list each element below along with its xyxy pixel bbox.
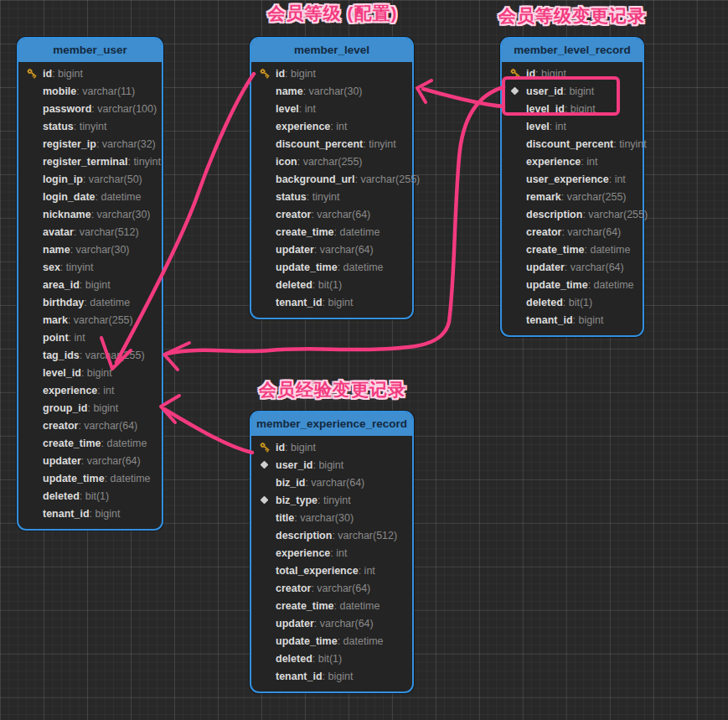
table-title[interactable]: member_user — [18, 39, 162, 62]
entity-table-member-level[interactable]: member_level id: bigintname: varchar(30)… — [250, 37, 414, 319]
table-title[interactable]: member_level — [251, 39, 412, 62]
field-row-level_id[interactable]: level_id: bigint — [18, 364, 162, 381]
field-row-point[interactable]: point: int — [18, 329, 162, 346]
field-row-birthday[interactable]: birthday: datetime — [18, 293, 162, 311]
field-row-deleted[interactable]: deleted: bit(1) — [502, 293, 643, 311]
field-row-tenant_id[interactable]: tenant_id: bigint — [18, 505, 162, 522]
field-row-experience[interactable]: experience: int — [251, 117, 412, 135]
field-row-status[interactable]: status: tinyint — [18, 117, 162, 135]
field-row-tenant_id[interactable]: tenant_id: bigint — [251, 293, 412, 311]
field-row-id[interactable]: id: bigint — [251, 65, 412, 82]
field-row-create_time[interactable]: create_time: datetime — [502, 241, 643, 258]
field-row-biz_type[interactable]: biz_type: tinyint — [251, 491, 412, 509]
field-row-create_time[interactable]: create_time: datetime — [18, 434, 162, 452]
field-row-updater[interactable]: updater: varchar(64) — [18, 452, 162, 469]
field-row-update_time[interactable]: update_time: datetime — [18, 469, 162, 487]
field-row-experience[interactable]: experience: int — [251, 544, 412, 562]
field-row-sex[interactable]: sex: tinyint — [18, 258, 162, 276]
field-row-register_ip[interactable]: register_ip: varchar(32) — [18, 135, 162, 153]
field-row-user_id[interactable]: user_id: bigint — [251, 456, 412, 474]
field-row-level_id[interactable]: level_id: bigint — [502, 100, 643, 117]
field-row-nickname[interactable]: nickname: varchar(30) — [18, 205, 162, 223]
field-row-tenant_id[interactable]: tenant_id: bigint — [502, 311, 643, 329]
field-row-icon[interactable]: icon: varchar(255) — [251, 153, 412, 170]
field-row-user_id[interactable]: user_id: bigint — [502, 82, 643, 100]
field-type: : varchar(64) — [561, 226, 621, 238]
field-row-login_date[interactable]: login_date: datetime — [18, 188, 162, 205]
field-name: deleted — [43, 490, 80, 502]
annotation-label-member-level-record: 会员等级变更记录 — [498, 4, 646, 28]
field-row-area_id[interactable]: area_id: bigint — [18, 276, 162, 293]
field-name: deleted — [526, 297, 563, 308]
field-name: create_time — [43, 438, 101, 449]
field-row-discount_percent[interactable]: discount_percent: tinyint — [502, 135, 643, 153]
field-row-create_time[interactable]: create_time: datetime — [251, 597, 412, 614]
field-row-creator[interactable]: creator: varchar(64) — [18, 417, 162, 434]
field-row-update_time[interactable]: update_time: datetime — [502, 276, 643, 293]
field-row-biz_id[interactable]: biz_id: varchar(64) — [251, 474, 412, 491]
field-type: : bigint — [323, 297, 354, 308]
field-name: description — [526, 209, 582, 220]
field-name: status — [276, 191, 307, 203]
field-row-discount_percent[interactable]: discount_percent: tinyint — [251, 135, 412, 153]
field-type: : int — [97, 385, 114, 396]
field-row-user_experience[interactable]: user_experience: int — [502, 170, 643, 188]
field-row-create_time[interactable]: create_time: datetime — [251, 223, 412, 241]
field-row-updater[interactable]: updater: varchar(64) — [251, 241, 412, 258]
annotation-label-member-experience-record: 会员经验变更记录 — [259, 378, 406, 401]
field-row-avatar[interactable]: avatar: varchar(512) — [18, 223, 162, 241]
field-row-name[interactable]: name: varchar(30) — [251, 82, 412, 100]
field-row-deleted[interactable]: deleted: bit(1) — [251, 276, 412, 293]
field-row-experience[interactable]: experience: int — [18, 381, 162, 399]
field-row-update_time[interactable]: update_time: datetime — [251, 632, 412, 650]
field-name: tenant_id — [276, 671, 323, 682]
field-row-password[interactable]: password: varchar(100) — [18, 100, 162, 117]
entity-table-member-level-record[interactable]: member_level_record id: bigintuser_id: b… — [500, 37, 644, 337]
field-row-total_experience[interactable]: total_experience: int — [251, 562, 412, 579]
field-row-group_id[interactable]: group_id: bigint — [18, 399, 162, 417]
field-type: : varchar(30) — [294, 512, 354, 524]
table-title[interactable]: member_experience_record — [251, 412, 412, 436]
field-name: biz_id — [276, 477, 305, 489]
field-row-remark[interactable]: remark: varchar(255) — [502, 188, 643, 205]
field-row-tenant_id[interactable]: tenant_id: bigint — [251, 667, 412, 685]
table-title[interactable]: member_level_record — [502, 39, 643, 62]
field-row-updater[interactable]: updater: varchar(64) — [502, 258, 643, 276]
field-type: : bigint — [573, 314, 604, 326]
field-row-mobile[interactable]: mobile: varchar(11) — [18, 82, 162, 100]
field-row-creator[interactable]: creator: varchar(64) — [502, 223, 643, 241]
field-name: tag_ids — [43, 350, 80, 361]
field-row-level[interactable]: level: int — [502, 117, 643, 135]
field-row-title[interactable]: title: varchar(30) — [251, 509, 412, 526]
field-row-id[interactable]: id: bigint — [18, 65, 162, 82]
field-row-deleted[interactable]: deleted: bit(1) — [251, 650, 412, 667]
field-row-mark[interactable]: mark: varchar(255) — [18, 311, 162, 329]
field-row-description[interactable]: description: varchar(512) — [251, 526, 412, 544]
field-row-creator[interactable]: creator: varchar(64) — [251, 205, 412, 223]
field-name: total_experience — [276, 565, 359, 577]
field-row-update_time[interactable]: update_time: datetime — [251, 258, 412, 276]
field-row-deleted[interactable]: deleted: bit(1) — [18, 487, 162, 505]
primary-key-icon — [26, 67, 43, 80]
annotation-label-member-level: 会员等级 (配置) — [268, 2, 398, 25]
field-row-name[interactable]: name: varchar(30) — [18, 241, 162, 258]
field-name: experience — [276, 547, 330, 559]
field-name: id — [526, 68, 535, 80]
field-row-updater[interactable]: updater: varchar(64) — [251, 614, 412, 632]
field-row-level[interactable]: level: int — [251, 100, 412, 117]
field-name: group_id — [43, 402, 87, 414]
entity-table-member-user[interactable]: member_user id: bigintmobile: varchar(11… — [17, 37, 163, 531]
field-row-id[interactable]: id: bigint — [251, 438, 412, 456]
field-row-description[interactable]: description: varchar(255) — [502, 205, 643, 223]
diagram-canvas[interactable]: member_user id: bigintmobile: varchar(11… — [0, 0, 728, 720]
field-row-background_url[interactable]: background_url: varchar(255) — [251, 170, 412, 188]
field-row-register_terminal[interactable]: register_terminal: tinyint — [18, 153, 162, 170]
field-name: sex — [43, 262, 60, 273]
field-row-creator[interactable]: creator: varchar(64) — [251, 579, 412, 597]
field-row-tag_ids[interactable]: tag_ids: varchar(255) — [18, 346, 162, 364]
field-row-login_ip[interactable]: login_ip: varchar(50) — [18, 170, 162, 188]
field-row-status[interactable]: status: tinyint — [251, 188, 412, 205]
field-row-id[interactable]: id: bigint — [502, 65, 643, 82]
field-row-experience[interactable]: experience: int — [502, 153, 643, 170]
entity-table-member-experience-record[interactable]: member_experience_record id: bigintuser_… — [250, 411, 414, 693]
